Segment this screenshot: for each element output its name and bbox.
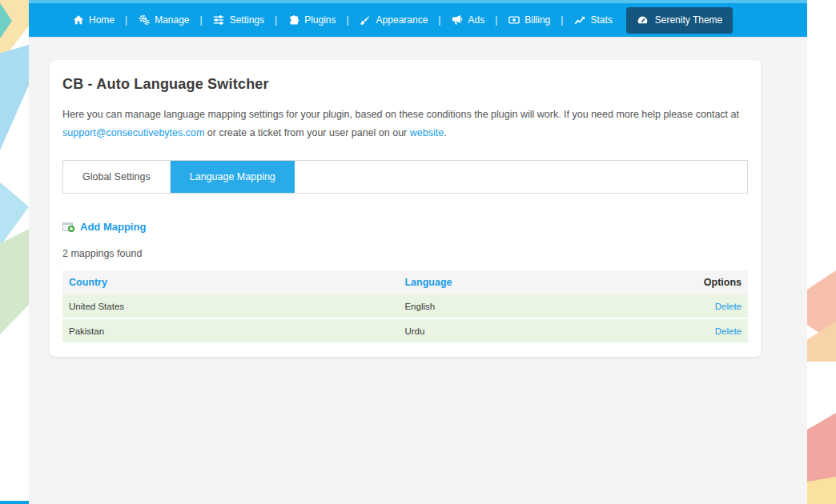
add-mapping-row: Add Mapping	[62, 221, 748, 235]
line-chart-icon	[573, 14, 585, 26]
description-text-1: Here you can manage language mapping set…	[62, 109, 739, 120]
decor-shape-left-blue-1	[0, 45, 29, 150]
nav-item-label: Appearance	[376, 14, 428, 26]
column-header-options: Options	[679, 270, 748, 294]
nav-separator: |	[561, 14, 563, 26]
nav-item-label: Plugins	[304, 14, 336, 26]
delete-mapping-link[interactable]: Delete	[715, 326, 742, 336]
top-navbar: Home | Manage |	[29, 0, 807, 38]
desktop-background: Home | Manage |	[0, 0, 836, 504]
nav-item-label: Ads	[468, 14, 484, 26]
nav-item-label: Stats	[590, 14, 612, 26]
content-area: CB - Auto Language Switcher Here you can…	[29, 38, 807, 357]
tab-global-settings[interactable]: Global Settings	[63, 161, 171, 193]
cell-language: Urdu	[398, 318, 679, 342]
gears-icon	[138, 14, 150, 26]
megaphone-icon	[451, 14, 463, 26]
nav-item-label: Home	[89, 14, 115, 26]
home-icon	[72, 14, 84, 26]
table-row: Pakistan Urdu Delete	[62, 318, 748, 342]
page-background: Home | Manage |	[29, 0, 807, 504]
website-link[interactable]: website	[410, 127, 444, 138]
add-mapping-button[interactable]: Add Mapping	[62, 221, 146, 233]
nav-item-stats[interactable]: Stats	[573, 14, 612, 26]
description-text-2: or create a ticket from your user panel …	[207, 127, 407, 138]
mappings-count: 2 mappings found	[62, 248, 748, 259]
nav-item-settings[interactable]: Settings	[213, 14, 264, 26]
support-email-link[interactable]: support@consecutivebytes.com	[62, 127, 204, 138]
money-bill-icon	[508, 14, 520, 26]
nav-item-plugins[interactable]: Plugins	[287, 14, 336, 26]
column-header-language[interactable]: Language	[398, 270, 679, 294]
mappings-table: Country Language Options United States E…	[62, 270, 748, 342]
table-header-row: Country Language Options	[62, 270, 748, 294]
tab-bar: Global Settings Language Mapping	[62, 160, 748, 194]
page-description: Here you can manage language mapping set…	[62, 106, 748, 142]
nav-separator: |	[495, 14, 497, 26]
tab-language-mapping[interactable]: Language Mapping	[171, 161, 295, 193]
cell-options: Delete	[679, 294, 748, 318]
decor-shape-left-green	[0, 229, 29, 334]
theme-button-label: Serenity Theme	[655, 14, 723, 26]
cell-language: English	[398, 294, 679, 318]
nav-item-label: Billing	[525, 14, 550, 26]
cell-options: Delete	[679, 318, 748, 342]
add-mapping-label: Add Mapping	[80, 221, 146, 233]
paint-brush-icon	[360, 14, 372, 26]
nav-separator: |	[346, 14, 348, 26]
nav-item-label: Manage	[155, 14, 189, 26]
serenity-theme-button[interactable]: Serenity Theme	[626, 7, 734, 34]
description-text-3: .	[444, 127, 446, 138]
sliders-icon	[213, 14, 225, 26]
cell-country: United States	[62, 294, 398, 318]
nav-separator: |	[438, 14, 440, 26]
nav-separator: |	[275, 14, 277, 26]
column-header-country[interactable]: Country	[62, 270, 398, 294]
nav-separator: |	[125, 14, 127, 26]
page-title: CB - Auto Language Switcher	[62, 76, 748, 93]
tachometer-icon	[637, 14, 649, 26]
nav-separator: |	[200, 14, 203, 26]
add-mapping-icon	[62, 222, 74, 232]
nav-item-appearance[interactable]: Appearance	[360, 14, 428, 26]
nav-item-home[interactable]: Home	[72, 14, 115, 26]
nav-item-billing[interactable]: Billing	[508, 14, 550, 26]
delete-mapping-link[interactable]: Delete	[715, 302, 742, 311]
nav-item-label: Settings	[230, 14, 264, 26]
puzzle-icon	[287, 14, 299, 26]
cell-country: Pakistan	[62, 318, 398, 342]
content-card: CB - Auto Language Switcher Here you can…	[50, 60, 761, 357]
nav-item-manage[interactable]: Manage	[138, 14, 189, 26]
nav-item-ads[interactable]: Ads	[451, 14, 484, 26]
table-row: United States English Delete	[62, 294, 748, 318]
